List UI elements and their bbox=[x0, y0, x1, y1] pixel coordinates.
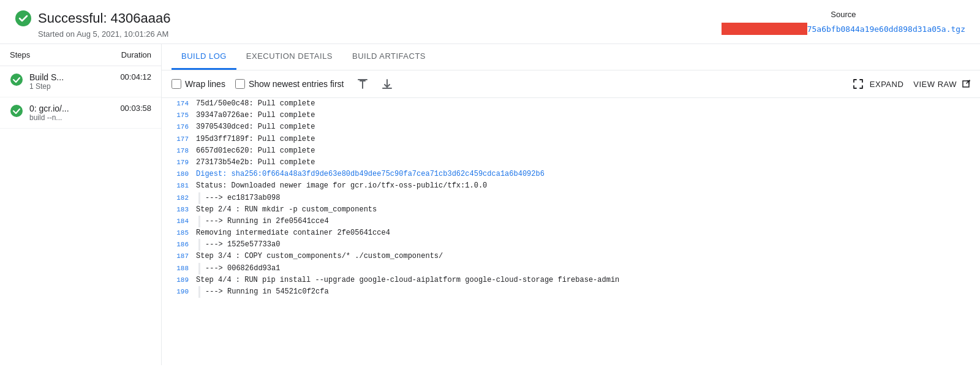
log-line-text: Step 2/4 : RUN mkdir -p custom_component… bbox=[196, 204, 377, 216]
log-toolbar-right: EXPAND VIEW RAW bbox=[853, 78, 970, 89]
header-title: Successful: 4306aaa6 bbox=[15, 10, 171, 27]
show-newest-label: Show newest entries first bbox=[249, 79, 344, 89]
log-line: 188---> 006826dd93a1 bbox=[162, 263, 980, 275]
header: Successful: 4306aaa6 Started on Aug 5, 2… bbox=[0, 0, 980, 44]
show-newest-checkbox-label[interactable]: Show newest entries first bbox=[235, 79, 344, 89]
scroll-to-bottom-icon[interactable] bbox=[379, 75, 396, 93]
expand-label: EXPAND bbox=[870, 80, 904, 89]
log-line-text: 39347a0726ae: Pull complete bbox=[196, 110, 315, 121]
wrap-lines-checkbox-label[interactable]: Wrap lines bbox=[172, 79, 225, 89]
tab-build-log[interactable]: BUILD LOG bbox=[172, 44, 236, 70]
log-line-text: 39705430dced: Pull complete bbox=[196, 121, 315, 133]
log-line-text: 6657d01ec620: Pull complete bbox=[196, 145, 315, 157]
log-line-text: 195d3ff7189f: Pull complete bbox=[196, 134, 315, 145]
log-line: 179273173b54e2b: Pull complete bbox=[162, 157, 980, 169]
log-line-number[interactable]: 176 bbox=[167, 122, 189, 133]
svg-point-2 bbox=[10, 105, 23, 117]
sidebar-item-content-1: 0: gcr.io/... build --n... bbox=[29, 104, 114, 122]
log-line: 186---> 1525e57733a0 bbox=[162, 239, 980, 251]
source-link-container: 75a6bfb0844a19e60dd898d31a05a.tgz bbox=[722, 23, 965, 35]
sidebar-item-name-1: 0: gcr.io/... bbox=[29, 104, 114, 113]
wrap-lines-checkbox[interactable] bbox=[172, 79, 181, 89]
log-line: 17639705430dced: Pull complete bbox=[162, 121, 980, 133]
log-line: 185Removing intermediate container 2fe05… bbox=[162, 227, 980, 239]
log-line-text: Digest: sha256:0f664a48a3fd9de63e80db49d… bbox=[196, 169, 545, 180]
sidebar-header: Steps Duration bbox=[0, 44, 161, 66]
log-line-text: ---> Running in 2fe05641cce4 bbox=[198, 216, 329, 227]
sidebar-item-name-0: Build S... bbox=[29, 72, 114, 82]
sidebar-duration-label: Duration bbox=[121, 50, 151, 59]
log-line-number[interactable]: 188 bbox=[167, 263, 189, 275]
source-link-bar-decoration bbox=[722, 23, 807, 35]
svg-point-1 bbox=[10, 74, 23, 86]
tab-execution-details[interactable]: EXECUTION DETAILS bbox=[236, 44, 342, 70]
wrap-lines-label: Wrap lines bbox=[185, 79, 225, 89]
log-line: 1786657d01ec620: Pull complete bbox=[162, 145, 980, 157]
log-line: 184---> Running in 2fe05641cce4 bbox=[162, 216, 980, 227]
log-line-text: Step 3/4 : COPY custom_components/* ./cu… bbox=[196, 251, 443, 262]
sidebar-item-duration-1: 00:03:58 bbox=[120, 104, 151, 113]
log-line-number[interactable]: 182 bbox=[167, 193, 189, 204]
sidebar-item-success-icon-1 bbox=[10, 104, 23, 118]
log-toolbar-icons bbox=[354, 75, 396, 93]
sidebar-item-sub-0: 1 Step bbox=[29, 82, 114, 91]
success-icon bbox=[15, 10, 32, 27]
log-line: 182---> ec18173ab098 bbox=[162, 192, 980, 204]
header-subtitle: Started on Aug 5, 2021, 10:01:26 AM bbox=[38, 29, 171, 39]
log-line-text: ---> ec18173ab098 bbox=[198, 192, 280, 204]
log-line-number[interactable]: 175 bbox=[167, 110, 189, 121]
log-line-number[interactable]: 185 bbox=[167, 228, 189, 239]
source-link[interactable]: 75a6bfb0844a19e60dd898d31a05a.tgz bbox=[807, 25, 965, 34]
header-right: Source 75a6bfb0844a19e60dd898d31a05a.tgz bbox=[722, 10, 965, 35]
log-line-number[interactable]: 186 bbox=[167, 240, 189, 251]
log-line-number[interactable]: 190 bbox=[167, 287, 189, 298]
log-line-number[interactable]: 184 bbox=[167, 216, 189, 227]
log-line: 190---> Running in 54521c0f2cfa bbox=[162, 286, 980, 298]
sidebar-item-duration-0: 00:04:12 bbox=[120, 72, 151, 81]
sidebar-item-build-s[interactable]: Build S... 1 Step 00:04:12 bbox=[0, 66, 161, 97]
log-line-text: Step 4/4 : RUN pip install --upgrade goo… bbox=[196, 275, 619, 286]
sidebar-item-gcrio[interactable]: 0: gcr.io/... build --n... 00:03:58 bbox=[0, 97, 161, 129]
log-line-number[interactable]: 187 bbox=[167, 251, 189, 262]
expand-button[interactable]: EXPAND bbox=[853, 78, 904, 89]
log-content: 17475d1/50e0c48: Pull complete17539347a0… bbox=[162, 98, 980, 365]
scroll-to-top-icon[interactable] bbox=[354, 75, 371, 93]
log-line: 189Step 4/4 : RUN pip install --upgrade … bbox=[162, 275, 980, 286]
log-toolbar: Wrap lines Show newest entries first bbox=[162, 70, 980, 98]
show-newest-checkbox[interactable] bbox=[235, 79, 245, 89]
log-line-text: Status: Downloaded newer image for gcr.i… bbox=[196, 180, 487, 192]
log-line-text: ---> 1525e57733a0 bbox=[198, 239, 280, 251]
log-line-number[interactable]: 179 bbox=[167, 157, 189, 169]
log-line-number[interactable]: 180 bbox=[167, 169, 189, 180]
log-line: 17539347a0726ae: Pull complete bbox=[162, 110, 980, 121]
log-line-number[interactable]: 177 bbox=[167, 134, 189, 145]
log-line-text: ---> 006826dd93a1 bbox=[198, 263, 280, 275]
page-title: Successful: 4306aaa6 bbox=[38, 10, 171, 26]
view-raw-button[interactable]: VIEW RAW bbox=[913, 80, 970, 89]
log-line: 177195d3ff7189f: Pull complete bbox=[162, 134, 980, 145]
log-line-number[interactable]: 178 bbox=[167, 146, 189, 157]
sidebar-steps-label: Steps bbox=[10, 50, 121, 59]
source-label: Source bbox=[831, 10, 856, 19]
sidebar-item-sub-1: build --n... bbox=[29, 113, 114, 122]
sidebar: Steps Duration Build S... 1 Step 00:04:1… bbox=[0, 44, 162, 365]
log-line-text: 273173b54e2b: Pull complete bbox=[196, 157, 315, 169]
header-left: Successful: 4306aaa6 Started on Aug 5, 2… bbox=[15, 10, 171, 39]
sidebar-item-content-0: Build S... 1 Step bbox=[29, 72, 114, 91]
tab-build-artifacts[interactable]: BUILD ARTIFACTS bbox=[342, 44, 435, 70]
log-line-text: ---> Running in 54521c0f2cfa bbox=[198, 286, 329, 298]
log-line-text: 75d1/50e0c48: Pull complete bbox=[196, 98, 315, 110]
tabs-bar: BUILD LOG EXECUTION DETAILS BUILD ARTIFA… bbox=[162, 44, 980, 70]
log-line-number[interactable]: 183 bbox=[167, 205, 189, 216]
log-line-number[interactable]: 189 bbox=[167, 275, 189, 286]
content-area: BUILD LOG EXECUTION DETAILS BUILD ARTIFA… bbox=[162, 44, 980, 365]
log-line-number[interactable]: 181 bbox=[167, 181, 189, 192]
view-raw-label: VIEW RAW bbox=[913, 80, 957, 89]
svg-point-0 bbox=[15, 10, 31, 26]
log-line-number[interactable]: 174 bbox=[167, 99, 189, 110]
log-line: 183Step 2/4 : RUN mkdir -p custom_compon… bbox=[162, 204, 980, 216]
log-line: 17475d1/50e0c48: Pull complete bbox=[162, 98, 980, 110]
log-line-text: Removing intermediate container 2fe05641… bbox=[196, 227, 390, 239]
sidebar-item-success-icon-0 bbox=[10, 73, 23, 86]
log-line: 181Status: Downloaded newer image for gc… bbox=[162, 180, 980, 192]
